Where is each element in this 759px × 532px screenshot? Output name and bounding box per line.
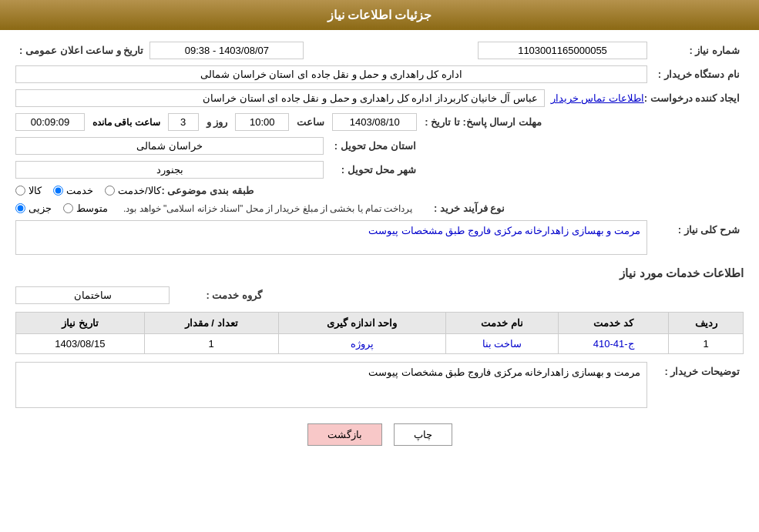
purchase-motavasset-label: متوسط	[76, 202, 108, 214]
deadline-days-label: روز و	[207, 116, 228, 128]
category-kala-khedmat-label: کالا/خدمت	[118, 185, 161, 196]
category-kala-label: کالا	[29, 185, 42, 196]
category-kala-khedmat-radio[interactable]	[105, 186, 115, 196]
th-service-code: کد خدمت	[559, 313, 669, 334]
buyer-description-value: مرمت و بهسازی زاهدارخانه مرکزی فاروج طبق…	[15, 362, 647, 408]
purchase-jozei[interactable]: جزیی	[15, 202, 52, 214]
td-quantity: 1	[144, 334, 278, 354]
services-title: اطلاعات خدمات مورد نیاز	[15, 266, 744, 280]
purchase-note: پرداخت تمام یا بخشی از مبلغ خریدار از مح…	[123, 203, 412, 214]
buttons-row: چاپ بازگشت	[15, 423, 744, 446]
table-header-row: ردیف کد خدمت نام خدمت واحد اندازه گیری ت…	[16, 313, 744, 334]
need-description-value: مرمت و بهسازی زاهدارخانه مرکزی فاروج طبق…	[15, 220, 647, 255]
buyer-org-value: اداره کل راهداری و حمل و نقل جاده ای است…	[15, 65, 647, 83]
city-value: بجنورد	[15, 161, 324, 179]
category-kala[interactable]: کالا	[15, 185, 42, 196]
creator-label: ایجاد کننده درخواست :	[644, 92, 740, 104]
category-row: طبقه بندی موضوعی : کالا/خدمت خدمت کالا	[15, 185, 744, 196]
purchase-radio-group: متوسط جزیی	[15, 202, 108, 214]
buyer-description-label: توضیحات خریدار :	[647, 362, 740, 377]
back-button[interactable]: بازگشت	[307, 423, 382, 446]
page-header: جزئیات اطلاعات نیاز	[0, 0, 759, 30]
province-row: استان محل تحویل : خراسان شمالی	[15, 137, 744, 155]
page-container: جزئیات اطلاعات نیاز شماره نیاز : 1103001…	[0, 0, 759, 532]
services-section: اطلاعات خدمات مورد نیاز گروه خدمت : ساخت…	[15, 266, 744, 354]
remaining-time-value: 00:09:09	[15, 113, 85, 131]
services-table: ردیف کد خدمت نام خدمت واحد اندازه گیری ت…	[15, 312, 744, 354]
buyer-org-row: نام دستگاه خریدار : اداره کل راهداری و ح…	[15, 65, 744, 83]
print-button[interactable]: چاپ	[394, 423, 452, 446]
td-row-num: 1	[669, 334, 744, 354]
need-number-row: شماره نیاز : 1103001165000055 1403/08/07…	[15, 42, 744, 59]
deadline-days-value: 3	[168, 113, 199, 131]
buyer-org-label: نام دستگاه خریدار :	[647, 69, 740, 80]
contact-link[interactable]: اطلاعات تماس خریدار	[551, 92, 644, 104]
need-description-row: شرح کلی نیاز : مرمت و بهسازی زاهدارخانه …	[15, 220, 744, 255]
th-date: تاریخ نیاز	[16, 313, 145, 334]
category-radio-group: کالا/خدمت خدمت کالا	[15, 185, 161, 196]
deadline-row: مهلت ارسال پاسخ: تا تاریخ : 1403/08/10 س…	[15, 113, 744, 131]
th-quantity: تعداد / مقدار	[144, 313, 278, 334]
remaining-time-label: ساعت باقی مانده	[92, 117, 160, 128]
td-date: 1403/08/15	[16, 334, 145, 354]
deadline-date: 1403/08/10	[332, 113, 417, 131]
purchase-motavasset[interactable]: متوسط	[63, 202, 108, 214]
group-row: گروه خدمت : ساختمان	[15, 286, 744, 304]
td-service-name: ساخت بنا	[445, 334, 558, 354]
deadline-label: مهلت ارسال پاسخ: تا تاریخ :	[425, 116, 542, 128]
deadline-time-label: ساعت	[297, 116, 324, 128]
need-description-label: شرح کلی نیاز :	[647, 220, 740, 236]
th-unit: واحد اندازه گیری	[278, 313, 445, 334]
category-khedmat[interactable]: خدمت	[53, 185, 93, 196]
creator-value: عباس آل خانیان کاربرداز اداره کل راهداری…	[15, 89, 545, 107]
purchase-motavasset-radio[interactable]	[63, 203, 73, 213]
city-row: شهر محل تحویل : بجنورد	[15, 161, 744, 179]
category-khedmat-radio[interactable]	[53, 186, 63, 196]
deadline-time-value: 10:00	[235, 113, 289, 131]
purchase-jozei-radio[interactable]	[15, 203, 25, 213]
th-service-name: نام خدمت	[445, 313, 558, 334]
buyer-description-row: توضیحات خریدار : مرمت و بهسازی زاهدارخان…	[15, 362, 744, 408]
announce-datetime-value: 1403/08/07 - 09:38	[149, 42, 304, 59]
group-value: ساختمان	[15, 286, 170, 304]
province-value: خراسان شمالی	[15, 137, 324, 155]
need-number-label: شماره نیاز :	[647, 45, 740, 56]
content-area: شماره نیاز : 1103001165000055 1403/08/07…	[0, 30, 759, 469]
need-number-value: 1103001165000055	[478, 42, 647, 59]
td-unit: پروژه	[278, 334, 445, 354]
announce-datetime-label: تاریخ و ساعت اعلان عمومی :	[19, 45, 143, 56]
group-label: گروه خدمت :	[170, 289, 262, 301]
th-row-num: ردیف	[669, 313, 744, 334]
purchase-type-label: نوع فرآیند خرید :	[412, 202, 505, 214]
table-row: 1 ج-41-410 ساخت بنا پروژه 1 1403/08/15	[16, 334, 744, 354]
province-label: استان محل تحویل :	[324, 140, 416, 152]
city-label: شهر محل تحویل :	[324, 164, 416, 176]
category-kala-khedmat[interactable]: کالا/خدمت	[105, 185, 161, 196]
category-khedmat-label: خدمت	[66, 185, 93, 196]
creator-row: ایجاد کننده درخواست : اطلاعات تماس خریدا…	[15, 89, 744, 107]
category-kala-radio[interactable]	[15, 186, 25, 196]
td-service-code: ج-41-410	[559, 334, 669, 354]
category-label: طبقه بندی موضوعی :	[161, 185, 254, 196]
purchase-type-row: نوع فرآیند خرید : پرداخت تمام یا بخشی از…	[15, 202, 744, 214]
page-title: جزئیات اطلاعات نیاز	[327, 8, 432, 22]
purchase-jozei-label: جزیی	[29, 202, 52, 214]
